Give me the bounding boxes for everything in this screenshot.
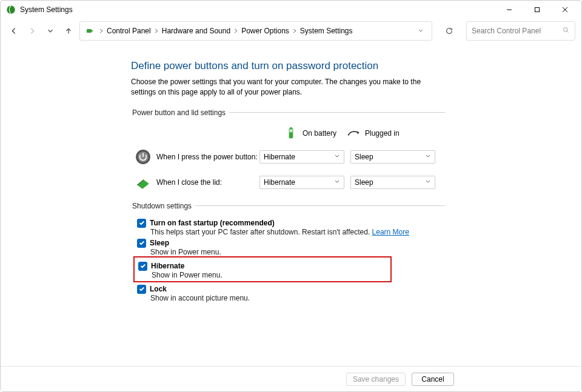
fast-startup-checkbox[interactable] [137,219,146,228]
titlebar: System Settings [1,1,581,19]
power-button-battery-select[interactable]: Hibernate [259,150,344,164]
fast-startup-desc: This helps start your PC faster after sh… [150,228,445,236]
power-button-icon [135,148,152,165]
refresh-button[interactable] [440,21,459,41]
chevron-right-icon [232,28,240,33]
sleep-desc: Show in Power menu. [150,248,445,256]
chevron-right-icon [152,28,161,33]
power-button-lid-section: Power button and lid settings On battery… [131,108,445,191]
section-legend: Shutdown settings [131,202,195,210]
svg-point-0 [7,5,15,14]
svg-line-8 [567,31,568,32]
nav-toolbar: Control Panel Hardware and Sound Power O… [1,19,581,43]
breadcrumb-item[interactable]: Power Options [240,27,290,35]
lid-battery-select[interactable]: Hibernate [259,176,344,189]
hibernate-desc: Show in Power menu. [152,271,390,279]
search-placeholder: Search Control Panel [472,27,562,35]
lock-checkbox[interactable] [137,285,146,294]
sleep-label: Sleep [150,239,169,247]
chevron-down-icon [425,153,431,161]
column-header-plugged: Plugged in [365,129,400,138]
power-button-plugged-select[interactable]: Sleep [350,150,435,164]
save-changes-button[interactable]: Save changes [346,373,406,386]
search-icon [562,26,570,36]
lock-option: Lock Show in account picture menu. [137,285,445,302]
action-bar: Save changes Cancel [1,366,581,391]
section-legend: Power button and lid settings [131,108,229,117]
battery-icon [284,127,298,140]
app-icon [5,4,16,15]
search-input[interactable]: Search Control Panel [466,21,575,41]
page-description: Choose the power settings that you want … [131,77,446,98]
forward-button[interactable] [25,24,39,38]
chevron-right-icon [290,28,299,33]
fast-startup-label: Turn on fast startup (recommended) [150,219,275,227]
recent-dropdown[interactable] [43,24,58,38]
cancel-button[interactable]: Cancel [412,373,454,386]
breadcrumb-item[interactable]: System Settings [299,27,354,35]
svg-rect-11 [290,129,293,132]
page-title: Define power buttons and turn on passwor… [131,60,581,72]
chevron-down-icon [425,178,431,187]
row-label-close-lid: When I close the lid: [156,178,259,187]
breadcrumb[interactable]: Control Panel Hardware and Sound Power O… [79,21,432,41]
close-button[interactable] [551,1,579,19]
svg-rect-2 [535,8,540,12]
chevron-down-icon [334,153,340,161]
window-title: System Settings [20,5,73,14]
shutdown-settings-section: Shutdown settings Turn on fast startup (… [131,202,445,302]
svg-point-7 [563,27,567,32]
column-header-battery: On battery [303,129,336,138]
hibernate-option: Hibernate Show in Power menu. [138,262,390,279]
learn-more-link[interactable]: Learn More [372,228,409,236]
svg-rect-10 [290,127,292,129]
plug-icon [347,127,360,140]
sleep-checkbox[interactable] [137,239,146,248]
hibernate-highlight: Hibernate Show in Power menu. [133,256,392,282]
maximize-button[interactable] [523,1,551,19]
breadcrumb-item[interactable]: Hardware and Sound [161,27,232,35]
minimize-button[interactable] [495,1,523,19]
power-plan-icon [85,26,95,36]
lid-icon [135,174,152,191]
content-area: Define power buttons and turn on passwor… [1,43,581,366]
chevron-right-icon [97,28,105,33]
hibernate-checkbox[interactable] [138,262,147,271]
up-button[interactable] [61,24,76,38]
chevron-down-icon [334,178,340,187]
svg-rect-5 [87,29,92,33]
breadcrumb-item[interactable]: Control Panel [105,27,152,35]
lock-desc: Show in account picture menu. [150,294,445,302]
svg-rect-6 [92,30,93,32]
chevron-down-icon[interactable] [415,28,427,34]
lock-label: Lock [150,285,167,293]
sleep-option: Sleep Show in Power menu. [137,239,445,256]
row-label-power-button: When I press the power button: [156,153,259,161]
fast-startup-option: Turn on fast startup (recommended) This … [137,219,445,236]
hibernate-label: Hibernate [151,262,184,270]
back-button[interactable] [7,24,21,38]
lid-plugged-select[interactable]: Sleep [350,176,435,189]
